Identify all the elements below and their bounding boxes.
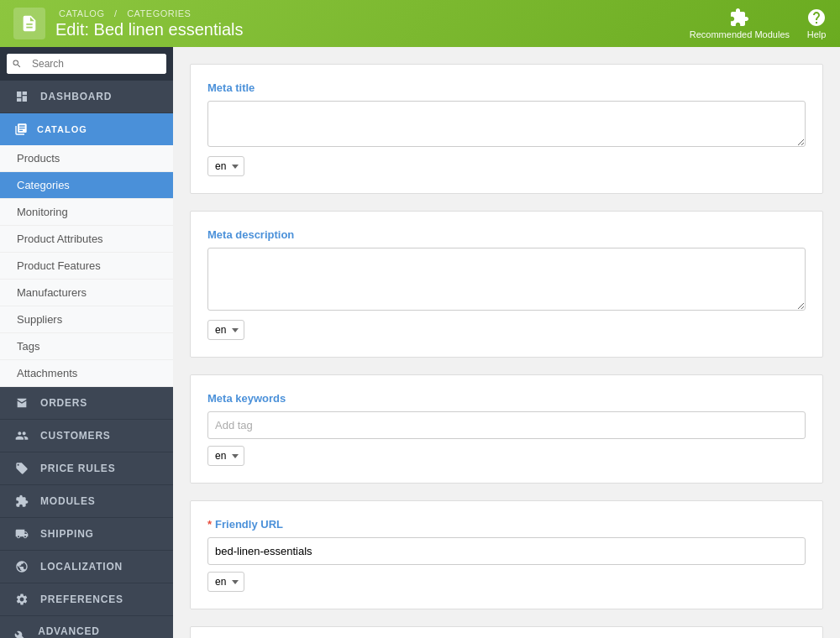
breadcrumb-sep: / [114,8,118,18]
meta-description-lang-select[interactable]: en [207,320,244,340]
modules-label: MODULES [40,495,96,507]
meta-description-section: Meta description en [190,211,823,358]
preferences-icon [13,593,30,606]
advanced-parameters-icon [13,630,28,638]
meta-title-input[interactable] [207,101,806,147]
shipping-icon [13,527,30,541]
sidebar-item-monitoring[interactable]: Monitoring [0,199,173,226]
logo-icon [13,8,45,39]
sidebar-item-product-attributes[interactable]: Product Attributes [0,226,173,253]
search-bar [0,47,173,81]
meta-keywords-lang-select[interactable]: en [207,446,244,466]
sidebar: DASHBOARD CATALOG Products Categories Mo… [0,47,173,638]
meta-description-label: Meta description [207,228,806,241]
meta-keywords-section: Meta keywords en [190,374,823,484]
sidebar-item-modules[interactable]: MODULES [0,485,173,518]
modules-icon [13,494,30,508]
sidebar-item-dashboard[interactable]: DASHBOARD [0,81,173,113]
sidebar-item-categories[interactable]: Categories [0,172,173,199]
content-area: Meta title en Meta description en Meta k… [173,47,840,638]
page-title: Edit: Bed linen essentials [55,20,690,39]
catalog-label: CATALOG [37,124,87,134]
help-label: Help [807,29,827,39]
breadcrumb-catalog: CATALOG [59,8,104,18]
meta-title-lang-select[interactable]: en [207,156,244,176]
sidebar-item-customers[interactable]: CUSTOMERS [0,420,173,452]
sidebar-item-price-rules[interactable]: PRICE RULES [0,452,173,485]
preferences-label: PREFERENCES [40,594,123,605]
friendly-url-label: *Friendly URL [207,518,806,531]
main-layout: DASHBOARD CATALOG Products Categories Mo… [0,47,840,638]
meta-keywords-input[interactable] [207,411,806,439]
catalog-section: CATALOG Products Categories Monitoring P… [0,113,173,387]
customers-label: CUSTOMERS [40,430,111,442]
meta-keywords-label: Meta keywords [207,392,806,405]
sidebar-item-localization[interactable]: LOCALIZATION [0,551,173,583]
sidebar-item-orders[interactable]: ORDERS [0,387,173,420]
sidebar-item-tags[interactable]: Tags [0,333,173,360]
top-header: CATALOG / CATEGORIES Edit: Bed linen ess… [0,0,840,47]
orders-label: ORDERS [40,397,87,409]
localization-label: LOCALIZATION [40,561,123,573]
recommended-modules-label: Recommended Modules [690,29,790,39]
sidebar-item-catalog[interactable]: CATALOG [0,113,173,145]
price-rules-label: PRICE RULES [40,463,115,474]
catalog-icon [13,122,29,137]
recommended-modules-button[interactable]: Recommended Modules [690,8,790,39]
sidebar-item-attachments[interactable]: Attachments [0,360,173,387]
meta-title-label: Meta title [207,81,806,94]
help-button[interactable]: Help [806,8,827,39]
sidebar-item-shipping[interactable]: SHIPPING [0,518,173,551]
advanced-parameters-label: ADVANCED PARAMETERS [38,625,160,638]
sidebar-item-suppliers[interactable]: Suppliers [0,306,173,333]
sidebar-item-advanced-parameters[interactable]: ADVANCED PARAMETERS [0,616,173,638]
friendly-url-section: *Friendly URL en [190,500,823,609]
customers-icon [13,429,30,442]
required-star: * [207,518,212,531]
friendly-url-lang-select[interactable]: en [207,572,244,592]
dashboard-icon [13,90,30,103]
sidebar-item-products[interactable]: Products [0,145,173,172]
header-actions: Recommended Modules Help [690,8,827,39]
sidebar-item-preferences[interactable]: PREFERENCES [0,583,173,616]
dashboard-label: DASHBOARD [40,91,112,102]
breadcrumb: CATALOG / CATEGORIES [55,8,690,18]
price-rules-icon [13,462,30,475]
meta-description-input[interactable] [207,248,806,311]
friendly-url-input[interactable] [207,537,806,565]
search-input[interactable] [27,54,166,74]
breadcrumb-categories: CATEGORIES [127,8,191,18]
group-access-section: Group access ID Group name [190,626,823,638]
sidebar-item-product-features[interactable]: Product Features [0,253,173,280]
catalog-sub-items: Products Categories Monitoring Product A… [0,145,173,387]
breadcrumb-title: CATALOG / CATEGORIES Edit: Bed linen ess… [55,8,690,39]
search-button[interactable] [7,54,27,74]
meta-title-section: Meta title en [190,64,823,194]
shipping-label: SHIPPING [40,528,94,540]
localization-icon [13,560,30,573]
search-combined [7,54,166,74]
sidebar-item-manufacturers[interactable]: Manufacturers [0,280,173,306]
orders-icon [13,396,30,410]
